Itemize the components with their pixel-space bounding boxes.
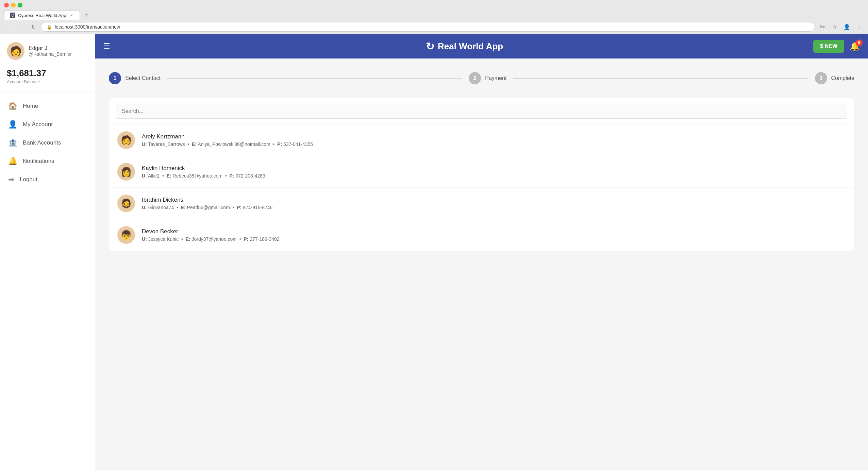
contact-details: U: Jessyca.Kuhic • E: Jordy37@yahoo.com … [142,236,280,242]
stepper: 1 Select Contact 2 Payment 3 Complete [109,72,854,84]
sidebar-item-label: Bank Accounts [23,139,61,146]
sidebar-item-home[interactable]: 🏠 Home [0,97,95,115]
new-transaction-button[interactable]: $ NEW [813,40,844,53]
step-3-label: Complete [831,75,854,81]
tab-close-button[interactable]: × [69,13,74,18]
balance-label: Account Balance [7,79,88,84]
menu-icon[interactable]: ⋮ [854,22,864,32]
url-text: localhost:3000/transaction/new [55,24,120,30]
traffic-lights [4,3,22,7]
step-2: 2 Payment [469,72,506,84]
step-3-circle: 3 [815,72,827,84]
header-logo: ↻ Real World App [116,40,813,52]
bank-icon: 🏦 [8,138,17,147]
reload-button[interactable]: ↻ [29,22,38,32]
menu-button[interactable]: ☰ [103,42,110,51]
url-bar[interactable]: 🔒 localhost:3000/transaction/new [41,22,815,32]
sidebar-nav: 🏠 Home 👤 My Account 🏦 Bank Accounts 🔔 No… [0,93,95,470]
contact-item-kaylin[interactable]: 👩 Kaylin Homenick U: Allie2 • E: Rebeca3… [109,156,854,188]
sidebar: 🧑 Edgar J @Katharina_Bernier $1,681.37 A… [0,34,95,470]
step-connector-2 [513,78,808,79]
contact-item-devon[interactable]: 👦 Devon Becker U: Jessyca.Kuhic • E: Jor… [109,219,854,251]
search-input[interactable] [116,104,847,119]
balance-amount: $1,681.37 [7,68,88,79]
step-2-circle: 2 [469,72,481,84]
account-balance: $1,681.37 Account Balance [0,65,95,93]
main-wrapper: ☰ ↻ Real World App $ NEW 🔔 8 1 [95,34,868,470]
logout-icon: ➡ [8,175,14,184]
notification-badge: 8 [856,39,863,46]
contact-info: Kaylin Homenick U: Allie2 • E: Rebeca35@… [142,165,265,179]
account-icon: 👤 [8,120,17,129]
user-info: Edgar J @Katharina_Bernier [29,45,72,57]
back-button[interactable]: ← [4,22,14,32]
contact-avatar: 🧔 [117,195,135,212]
forward-button[interactable]: → [16,22,26,32]
contact-item-arely[interactable]: 🧑 Arely Kertzmann U: Tavares_Barrows • E… [109,124,854,156]
bell-icon: 🔔 [8,157,17,166]
close-window-button[interactable] [4,3,9,7]
contact-name: Ibrahim Dickens [142,197,272,203]
sidebar-item-logout[interactable]: ➡ Logout [0,170,95,189]
contact-details: U: Allie2 • E: Rebeca35@yahoo.com • P: 0… [142,173,265,179]
maximize-window-button[interactable] [18,3,22,7]
profile-icon[interactable]: 👤 [842,22,852,32]
sidebar-item-label: Notifications [23,158,54,165]
main-content: 1 Select Contact 2 Payment 3 Complete [95,58,868,470]
step-1-label: Select Contact [125,75,161,81]
contact-avatar: 🧑 [117,131,135,149]
contact-info: Ibrahim Dickens U: Giovanna74 • E: Pearl… [142,197,272,210]
step-2-label: Payment [485,75,506,81]
sidebar-item-bank-accounts[interactable]: 🏦 Bank Accounts [0,134,95,152]
minimize-window-button[interactable] [11,3,16,7]
step-connector-1 [167,78,462,79]
contact-details: U: Giovanna74 • E: Pearl56@gmail.com • P… [142,205,272,210]
home-icon: 🏠 [8,102,17,111]
notification-button[interactable]: 🔔 8 [850,41,860,51]
browser-chrome: C Cypress Real World App × + ← → ↻ 🔒 loc… [0,0,868,34]
sidebar-item-notifications[interactable]: 🔔 Notifications [0,152,95,170]
sidebar-profile: 🧑 Edgar J @Katharina_Bernier [0,34,95,65]
tab-favicon: C [10,13,15,18]
tab-bar: C Cypress Real World App × + [0,10,868,20]
contact-name: Arely Kertzmann [142,133,313,140]
contact-info: Arely Kertzmann U: Tavares_Barrows • E: … [142,133,313,147]
contact-info: Devon Becker U: Jessyca.Kuhic • E: Jordy… [142,228,280,242]
key-icon[interactable]: 🗝 [818,22,827,32]
user-handle: @Katharina_Bernier [29,51,72,57]
logo-icon: ↻ [426,40,434,52]
sidebar-item-label: Logout [20,176,37,183]
search-bar [109,98,854,124]
app-header: ☰ ↻ Real World App $ NEW 🔔 8 [95,34,868,58]
contact-avatar: 👦 [117,226,135,244]
secure-icon: 🔒 [47,24,52,30]
avatar: 🧑 [7,42,24,60]
contact-name: Kaylin Homenick [142,165,265,172]
new-tab-button[interactable]: + [81,11,91,20]
tab-title: Cypress Real World App [18,13,66,18]
step-1-circle: 1 [109,72,121,84]
step-1: 1 Select Contact [109,72,161,84]
app-title: Real World App [438,41,503,52]
contact-details: U: Tavares_Barrows • E: Aniya_Powlowski3… [142,141,313,147]
user-name: Edgar J [29,45,72,51]
sidebar-item-my-account[interactable]: 👤 My Account [0,115,95,134]
active-tab[interactable]: C Cypress Real World App × [4,10,80,20]
header-actions: $ NEW 🔔 8 [813,40,860,53]
sidebar-item-label: Home [23,103,38,110]
contact-list-container: 🧑 Arely Kertzmann U: Tavares_Barrows • E… [109,98,854,251]
bookmark-icon[interactable]: ☆ [830,22,839,32]
app-layout: 🧑 Edgar J @Katharina_Bernier $1,681.37 A… [0,34,868,470]
contact-item-ibrahim[interactable]: 🧔 Ibrahim Dickens U: Giovanna74 • E: Pea… [109,188,854,219]
step-3: 3 Complete [815,72,854,84]
contact-name: Devon Becker [142,228,280,235]
address-bar: ← → ↻ 🔒 localhost:3000/transaction/new 🗝… [0,20,868,34]
browser-actions: 🗝 ☆ 👤 ⋮ [818,22,864,32]
sidebar-item-label: My Account [23,121,53,128]
contact-avatar: 👩 [117,163,135,181]
